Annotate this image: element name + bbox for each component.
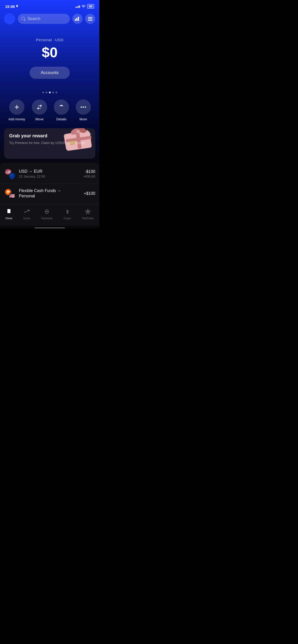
svg-point-8 — [83, 107, 84, 108]
reward-card: Grab your reward Try Premium for free. C… — [4, 128, 95, 159]
nav-revpoints-label: RevPoints — [82, 217, 94, 220]
hero-amount: $0 — [5, 44, 94, 61]
add-money-label: Add money — [8, 117, 25, 121]
nav-home[interactable]: R Home — [4, 208, 15, 221]
svg-rect-5 — [88, 19, 92, 19]
search-bar[interactable]: Search — [18, 14, 70, 24]
crypto-icon: ₿ — [65, 209, 70, 216]
cash-funds-amounts: +$100 — [84, 191, 95, 196]
search-placeholder: Search — [28, 17, 40, 21]
status-icons: 88 — [75, 4, 94, 9]
status-time: 15:06 — [5, 4, 18, 9]
battery-indicator: 88 — [87, 4, 94, 9]
status-bar: 15:06 88 — [0, 0, 99, 11]
chart-button[interactable] — [72, 14, 83, 24]
nav-crypto[interactable]: ₿ Crypto — [62, 208, 73, 221]
reward-title: Grab your reward — [9, 133, 90, 139]
us-flag-2-icon: 🇺🇸 — [9, 193, 16, 200]
nav-invest[interactable]: Invest — [21, 208, 32, 221]
svg-point-23 — [87, 211, 89, 212]
hero-label: Personal · USD — [5, 38, 94, 42]
svg-rect-4 — [88, 17, 92, 18]
cash-funds-amount: +$100 — [84, 191, 95, 196]
signal-bars-icon — [75, 5, 80, 8]
accounts-button[interactable]: Accounts — [30, 67, 70, 79]
nav-invest-label: Invest — [23, 217, 30, 220]
svg-point-16 — [76, 130, 80, 133]
shuffle-icon — [36, 104, 43, 110]
reward-subtitle: Try Premium for free. Claim by 1/25/25. … — [9, 141, 90, 145]
svg-rect-2 — [76, 18, 77, 21]
home-indicator — [34, 227, 65, 228]
header: Search — [0, 11, 99, 27]
details-icon-circle — [54, 99, 69, 115]
payments-icon — [44, 209, 50, 216]
nav-crypto-label: Crypto — [64, 217, 71, 220]
chart-icon — [75, 17, 80, 21]
svg-point-9 — [85, 107, 86, 108]
bank-icon — [58, 104, 64, 110]
hero-section: Personal · USD $0 Accounts — [0, 27, 99, 84]
nav-payments-label: Payments — [41, 217, 52, 220]
more-label: More — [79, 117, 87, 121]
avatar[interactable] — [4, 13, 15, 24]
page-dots — [0, 84, 99, 99]
dot-3 — [49, 92, 51, 93]
nav-revpoints[interactable]: RevPoints — [80, 208, 96, 221]
eu-flag-icon: 🇪🇺 — [9, 172, 16, 180]
invest-icon — [24, 209, 30, 216]
details-action[interactable]: Details — [54, 99, 69, 121]
cash-funds-icons: 🇺🇸 — [4, 188, 16, 200]
cash-funds-title: Flexible Cash Funds → Personal — [19, 188, 81, 199]
home-icon: R — [6, 209, 12, 216]
svg-rect-1 — [75, 19, 76, 21]
svg-rect-3 — [78, 17, 79, 21]
wifi-icon — [82, 4, 86, 8]
dot-4 — [52, 92, 54, 93]
move-icon-circle — [32, 99, 47, 115]
transaction-usd-eur-title: USD → EUR — [19, 169, 80, 174]
nav-payments[interactable]: Payments — [39, 208, 55, 221]
cash-funds-details: Flexible Cash Funds → Personal — [19, 188, 81, 200]
details-label: Details — [56, 117, 66, 121]
location-icon — [16, 5, 18, 8]
reward-card-text: Grab your reward Try Premium for free. C… — [9, 133, 90, 145]
transaction-usd-eur-amounts: -$100 +€95,80 — [83, 169, 95, 178]
transaction-cash-funds[interactable]: 🇺🇸 Flexible Cash Funds → Personal +$100 — [0, 184, 99, 204]
transaction-usd-eur-details: USD → EUR 22 January, 22:50 — [19, 169, 80, 178]
dot-2 — [46, 92, 47, 93]
menu-icon — [88, 17, 92, 21]
add-money-icon-circle — [9, 99, 24, 115]
add-money-action[interactable]: Add money — [8, 99, 25, 121]
nav-home-label: Home — [6, 217, 12, 220]
dot-1 — [42, 92, 44, 93]
menu-button[interactable] — [85, 14, 95, 24]
transaction-secondary-amount: +€95,80 — [83, 174, 95, 178]
transaction-usd-eur[interactable]: 🇺🇸 🇪🇺 USD → EUR 22 January, 22:50 -$100 … — [0, 164, 99, 184]
bottom-navigation: R Home Invest Payments — [0, 205, 99, 226]
svg-rect-6 — [88, 20, 92, 21]
more-action[interactable]: More — [76, 99, 91, 121]
transaction-primary-amount: -$100 — [83, 169, 95, 174]
svg-point-7 — [80, 107, 82, 108]
move-action[interactable]: Move — [32, 99, 47, 121]
svg-point-0 — [83, 7, 84, 8]
transaction-flags: 🇺🇸 🇪🇺 — [4, 168, 16, 180]
move-label: Move — [35, 117, 44, 121]
action-buttons: Add money Move Details — [0, 99, 99, 128]
plus-icon — [14, 104, 20, 110]
revpoints-icon — [85, 209, 91, 216]
reward-close-button[interactable]: × — [89, 132, 92, 137]
more-icon-circle — [76, 99, 91, 115]
transaction-usd-eur-date: 22 January, 22:50 — [19, 174, 80, 178]
search-icon — [21, 17, 25, 21]
svg-text:R: R — [8, 210, 10, 213]
transactions-list: 🇺🇸 🇪🇺 USD → EUR 22 January, 22:50 -$100 … — [0, 163, 99, 205]
ellipsis-icon — [80, 106, 86, 108]
svg-text:₿: ₿ — [66, 210, 69, 214]
dot-5 — [56, 92, 57, 93]
